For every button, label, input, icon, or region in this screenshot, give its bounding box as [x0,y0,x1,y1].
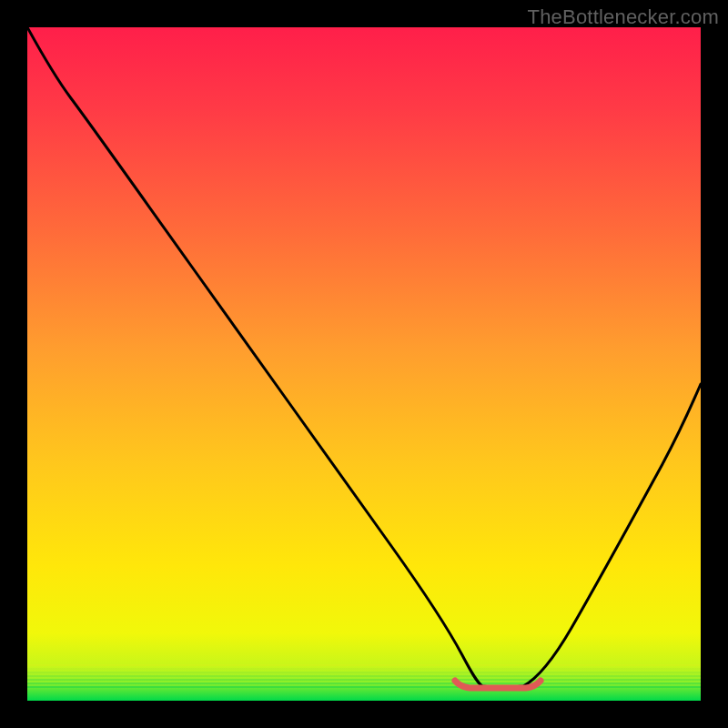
svg-rect-6 [27,686,701,688]
svg-rect-2 [27,672,701,673]
bottleneck-chart [27,27,701,701]
svg-rect-5 [27,682,701,684]
watermark-text: TheBottlenecker.com [528,5,719,29]
svg-rect-1 [27,668,701,670]
svg-rect-0 [27,664,701,666]
svg-rect-3 [27,675,701,677]
chart-frame [27,27,701,701]
gradient-background [27,27,701,701]
svg-rect-4 [27,679,701,681]
